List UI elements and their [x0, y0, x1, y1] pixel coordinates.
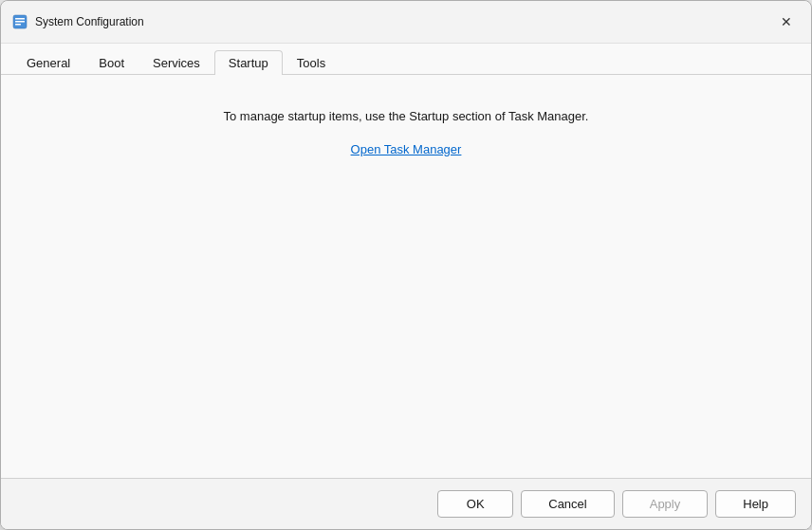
title-bar: System Configuration ✕: [1, 1, 811, 44]
ok-button[interactable]: OK: [437, 490, 513, 518]
open-task-manager-link[interactable]: Open Task Manager: [351, 142, 462, 156]
help-button[interactable]: Help: [715, 490, 796, 518]
title-bar-left: System Configuration: [12, 14, 144, 29]
svg-rect-3: [15, 24, 21, 26]
startup-info-text: To manage startup items, use the Startup…: [224, 109, 589, 123]
app-icon: [12, 14, 28, 29]
svg-rect-2: [15, 21, 25, 23]
cancel-button[interactable]: Cancel: [521, 490, 614, 518]
system-configuration-dialog: System Configuration ✕ General Boot Serv…: [0, 0, 812, 530]
tab-boot[interactable]: Boot: [84, 50, 138, 75]
tab-content: To manage startup items, use the Startup…: [1, 75, 811, 478]
svg-rect-1: [15, 18, 25, 20]
tab-tools[interactable]: Tools: [283, 50, 340, 75]
tab-services[interactable]: Services: [138, 50, 214, 75]
close-button[interactable]: ✕: [773, 9, 800, 35]
window-title: System Configuration: [35, 15, 144, 28]
dialog-footer: OK Cancel Apply Help: [1, 478, 811, 529]
apply-button[interactable]: Apply: [622, 490, 709, 518]
tab-startup[interactable]: Startup: [214, 50, 283, 75]
tab-general[interactable]: General: [12, 50, 84, 75]
tab-bar: General Boot Services Startup Tools: [1, 44, 811, 75]
